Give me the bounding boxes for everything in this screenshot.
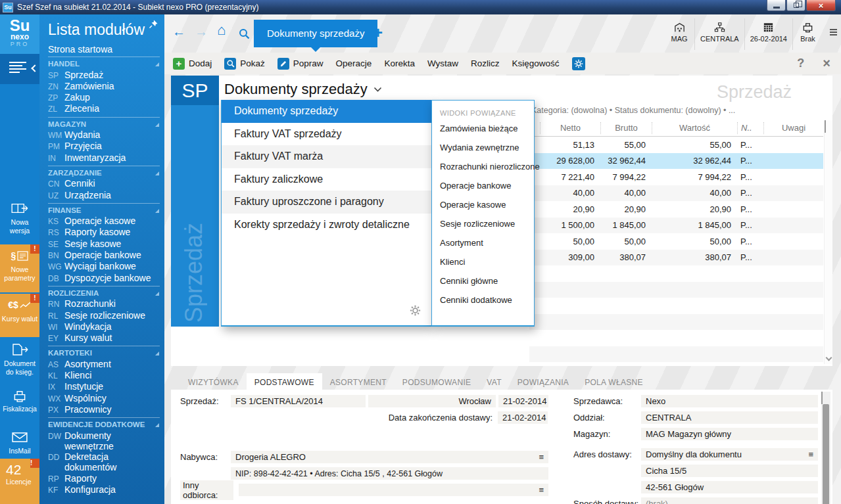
sidebar-item[interactable]: WI Windykacja xyxy=(48,321,160,332)
window-menu-icon[interactable] xyxy=(830,29,837,37)
close-button[interactable]: × xyxy=(806,0,836,11)
fiscal-status[interactable]: Brak xyxy=(792,18,823,50)
back-button[interactable]: ← xyxy=(172,25,185,38)
delivery-end-date-field[interactable]: 21-02-2014 xyxy=(498,411,548,424)
sidebar-item[interactable]: Strona startowa xyxy=(48,44,160,55)
help-button[interactable]: ? xyxy=(797,57,804,70)
related-view-item[interactable]: Operacje bankowe xyxy=(432,176,534,195)
issue-menu[interactable]: Wystaw xyxy=(427,58,458,68)
sidebar-item[interactable]: DB Dyspozycje bankowe xyxy=(48,273,160,284)
related-view-item[interactable]: Asortyment xyxy=(432,233,534,252)
sidebar-item[interactable]: CN Cenniki xyxy=(48,178,160,189)
delivery-address-field[interactable]: Domyślny dla dokumentu ≡ xyxy=(641,448,818,461)
search-button[interactable] xyxy=(238,26,250,39)
new-tab-button[interactable]: + xyxy=(373,24,383,42)
delivery-address-line3[interactable]: 42-561 Głogów xyxy=(641,481,818,493)
close-view-button[interactable]: × xyxy=(823,57,830,70)
sidebar-item[interactable]: KL Klienci xyxy=(48,370,160,381)
edit-button[interactable]: Popraw xyxy=(277,58,324,70)
branch-field[interactable]: CENTRALA xyxy=(641,411,818,424)
sidebar-item[interactable]: PX Pracownicy xyxy=(48,404,160,415)
related-view-item[interactable]: Cenniki główne xyxy=(432,271,534,290)
sale-city-field[interactable]: Wrocław xyxy=(368,395,496,407)
field-menu-icon[interactable]: ≡ xyxy=(804,449,813,459)
restore-button[interactable] xyxy=(786,0,805,11)
column-header-netto[interactable]: Netto xyxy=(540,122,600,134)
sidebar-item[interactable]: RP Raporty xyxy=(48,473,160,484)
related-view-item[interactable]: Zamówienia bieżące xyxy=(432,119,534,138)
pin-icon[interactable] xyxy=(148,19,158,30)
details-tab[interactable]: POWIĄZANIA xyxy=(510,373,577,390)
sidebar-item[interactable]: ZARZĄDZANIE xyxy=(48,166,160,178)
scroll-up-icon[interactable] xyxy=(825,120,826,133)
scrollbar-thumb[interactable] xyxy=(823,404,829,504)
menu-item[interactable]: Faktury zaliczkowe xyxy=(222,168,431,191)
add-button[interactable]: + Dodaj xyxy=(173,58,212,70)
sidebar-item[interactable]: IX Instytucje xyxy=(48,381,160,392)
quick-item-dokument-do-ksieg[interactable]: Dokument do księg. xyxy=(0,338,39,383)
settings-gear-button[interactable] xyxy=(572,57,585,70)
scroll-up-icon[interactable] xyxy=(821,392,823,404)
column-header-n[interactable]: N.. xyxy=(737,122,763,134)
seller-field[interactable]: Nexo xyxy=(641,395,818,407)
quick-item-nowa-wersja[interactable]: Nowa wersja xyxy=(0,197,39,243)
table-scrollbar[interactable] xyxy=(824,120,832,364)
details-tab[interactable]: POLA WŁASNE xyxy=(577,373,651,390)
sidebar-item[interactable]: RS Raporty kasowe xyxy=(48,227,160,238)
details-tab[interactable]: PODSTAWOWE xyxy=(247,373,322,390)
sidebar-item[interactable]: RL Sesje rozliczeniowe xyxy=(48,310,160,321)
table-row[interactable]: .. 7 221,40 7 994,22 7 994,22 P... xyxy=(529,169,823,185)
quick-item-kursy-walut[interactable]: ! €$ Kursy walut xyxy=(0,294,39,337)
buyer-field[interactable]: Drogeria ALEGRO ≡ xyxy=(231,451,548,463)
view-title-dropdown[interactable]: Dokumenty sprzedaży xyxy=(224,81,382,98)
sidebar-item[interactable]: KF Konfiguracja xyxy=(48,484,160,495)
home-button[interactable]: ⌂ xyxy=(217,24,226,37)
operations-menu[interactable]: Operacje xyxy=(336,58,372,68)
correction-menu[interactable]: Korekta xyxy=(384,58,415,68)
sidebar-item[interactable]: DD Dekretacja dokumentów xyxy=(48,451,160,473)
sale-number-field[interactable]: FS 1/CENTRALA/2014 xyxy=(231,395,366,407)
sidebar-item[interactable]: DW Dokumenty wewnętrzne xyxy=(48,430,160,452)
sale-date-field[interactable]: 21-02-2014 xyxy=(498,395,548,407)
details-tab[interactable]: ASORTYMENT xyxy=(322,373,395,390)
table-row[interactable]: .. 20,90 20,90 20,90 P... xyxy=(529,201,823,218)
sidebar-item[interactable]: RN Rozrachunki xyxy=(48,298,160,309)
column-header-wartosc[interactable]: Wartość xyxy=(652,122,737,134)
details-tab[interactable]: VAT xyxy=(479,373,509,390)
menu-gear-icon[interactable] xyxy=(410,305,421,319)
sidebar-item[interactable]: ZN Zamówienia xyxy=(48,81,160,92)
table-row[interactable]: 29 628,00 32 962,44 32 962,44 P... xyxy=(529,153,823,170)
sidebar-item[interactable]: WG Wyciągi bankowe xyxy=(48,261,160,272)
other-recipient-field[interactable]: ≡ xyxy=(239,484,548,496)
table-row[interactable]: .. 40,00 40,00 40,00 P... xyxy=(529,185,823,202)
sidebar-item[interactable]: PM Przyjęcia xyxy=(48,141,160,152)
sidebar-item[interactable]: FINANSE xyxy=(48,203,160,216)
sidebar-item[interactable]: WX Wspólnicy xyxy=(48,393,160,404)
menu-item[interactable]: Dokumenty sprzedaży xyxy=(222,100,431,123)
sidebar-item[interactable]: HANDEL xyxy=(48,57,160,69)
sidebar-item[interactable]: ZL Zlecenia xyxy=(48,103,160,114)
sidebar-item[interactable]: WM Wydania xyxy=(48,129,160,141)
menu-item[interactable]: Faktury VAT marża xyxy=(222,145,431,168)
sidebar-item[interactable]: EWIDENCJE DODATKOWE xyxy=(48,417,160,430)
date-selector[interactable]: 26-02-2014 xyxy=(744,18,792,50)
sidebar-toggle-button[interactable] xyxy=(0,54,39,84)
show-button[interactable]: Pokaż xyxy=(224,58,265,70)
warehouse-selector[interactable]: MAG xyxy=(664,18,694,50)
related-view-item[interactable]: Klienci xyxy=(432,252,534,271)
quick-item-nowe-parametry[interactable]: ! § Nowe parametry xyxy=(0,244,39,292)
menu-item[interactable]: Korekty sprzedaży i zwroty detaliczne xyxy=(222,214,431,237)
sidebar-item[interactable]: MAGAZYN xyxy=(48,117,160,129)
field-menu-icon[interactable]: ≡ xyxy=(535,485,544,495)
warehouse-field[interactable]: MAG Magazyn główny xyxy=(641,428,818,440)
related-view-item[interactable]: Wydania zewnętrzne xyxy=(432,138,534,157)
table-row[interactable]: 1 500,00 1 845,00 1 845,00 P... xyxy=(529,218,823,234)
sidebar-item[interactable]: KARTOTEKI xyxy=(48,346,160,358)
field-menu-icon[interactable]: ≡ xyxy=(535,452,544,462)
sidebar-item[interactable]: ROZLICZENIA xyxy=(48,286,160,298)
column-header-brutto[interactable]: Brutto xyxy=(600,122,652,134)
related-view-item[interactable]: Rozrachunki nierozliczone xyxy=(432,157,534,176)
related-view-item[interactable]: Operacje kasowe xyxy=(432,195,534,214)
sidebar-item[interactable]: EY Kursy walut xyxy=(48,332,160,344)
details-tab[interactable]: WIZYTÓWKA xyxy=(180,373,247,390)
